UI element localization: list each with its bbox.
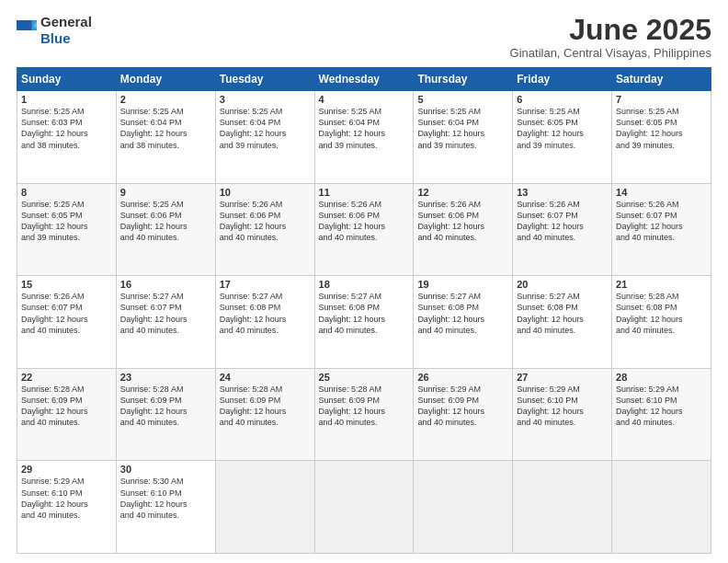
table-row: 12Sunrise: 5:26 AMSunset: 6:06 PMDayligh…	[414, 183, 513, 276]
day-number: 23	[120, 372, 211, 383]
cell-info: Sunrise: 5:27 AMSunset: 6:08 PMDaylight:…	[220, 291, 311, 336]
table-row: 4Sunrise: 5:25 AMSunset: 6:04 PMDaylight…	[314, 91, 414, 184]
day-number: 27	[517, 372, 608, 383]
cell-info: Sunrise: 5:30 AMSunset: 6:10 PMDaylight:…	[120, 476, 211, 521]
table-row: 15Sunrise: 5:26 AMSunset: 6:07 PMDayligh…	[17, 276, 117, 369]
day-number: 5	[417, 94, 508, 105]
table-row: 21Sunrise: 5:28 AMSunset: 6:08 PMDayligh…	[612, 276, 711, 369]
logo: General Blue	[17, 14, 92, 47]
cell-info: Sunrise: 5:28 AMSunset: 6:09 PMDaylight:…	[220, 384, 311, 429]
table-row: 28Sunrise: 5:29 AMSunset: 6:10 PMDayligh…	[612, 368, 711, 461]
cell-info: Sunrise: 5:29 AMSunset: 6:10 PMDaylight:…	[616, 384, 707, 429]
cell-info: Sunrise: 5:26 AMSunset: 6:07 PMDaylight:…	[21, 291, 112, 336]
table-row: 20Sunrise: 5:27 AMSunset: 6:08 PMDayligh…	[513, 276, 612, 369]
cell-info: Sunrise: 5:29 AMSunset: 6:09 PMDaylight:…	[417, 384, 508, 429]
day-number: 15	[21, 279, 112, 290]
table-row: 1Sunrise: 5:25 AMSunset: 6:03 PMDaylight…	[17, 91, 117, 184]
header-wednesday: Wednesday	[314, 68, 414, 91]
table-row: 19Sunrise: 5:27 AMSunset: 6:08 PMDayligh…	[414, 276, 513, 369]
day-number: 21	[616, 279, 707, 290]
day-number: 6	[517, 94, 608, 105]
cell-info: Sunrise: 5:26 AMSunset: 6:06 PMDaylight:…	[417, 199, 508, 244]
day-number: 16	[120, 279, 211, 290]
table-row	[513, 461, 612, 554]
cell-info: Sunrise: 5:26 AMSunset: 6:07 PMDaylight:…	[616, 199, 707, 244]
day-number: 4	[319, 94, 410, 105]
table-row: 9Sunrise: 5:25 AMSunset: 6:06 PMDaylight…	[116, 183, 215, 276]
table-row: 23Sunrise: 5:28 AMSunset: 6:09 PMDayligh…	[116, 368, 215, 461]
cell-info: Sunrise: 5:26 AMSunset: 6:07 PMDaylight:…	[517, 199, 608, 244]
calendar-page: General Blue June 2025 Ginatilan, Centra…	[0, 0, 728, 563]
day-number: 14	[616, 187, 707, 198]
day-number: 10	[220, 187, 311, 198]
month-year-title: June 2025	[510, 14, 711, 46]
table-row: 29Sunrise: 5:29 AMSunset: 6:10 PMDayligh…	[17, 461, 117, 554]
cell-info: Sunrise: 5:29 AMSunset: 6:10 PMDaylight:…	[21, 476, 112, 521]
cell-info: Sunrise: 5:29 AMSunset: 6:10 PMDaylight:…	[517, 384, 608, 429]
day-number: 30	[120, 464, 211, 475]
day-number: 2	[120, 94, 211, 105]
day-number: 28	[616, 372, 707, 383]
table-row	[612, 461, 711, 554]
cell-info: Sunrise: 5:28 AMSunset: 6:09 PMDaylight:…	[21, 384, 112, 429]
table-row: 3Sunrise: 5:25 AMSunset: 6:04 PMDaylight…	[215, 91, 314, 184]
table-row: 5Sunrise: 5:25 AMSunset: 6:04 PMDaylight…	[414, 91, 513, 184]
cell-info: Sunrise: 5:25 AMSunset: 6:05 PMDaylight:…	[21, 199, 112, 244]
cell-info: Sunrise: 5:25 AMSunset: 6:04 PMDaylight:…	[120, 106, 211, 151]
table-row: 18Sunrise: 5:27 AMSunset: 6:08 PMDayligh…	[314, 276, 414, 369]
day-number: 9	[120, 187, 211, 198]
calendar-week-row: 1Sunrise: 5:25 AMSunset: 6:03 PMDaylight…	[17, 91, 711, 184]
cell-info: Sunrise: 5:26 AMSunset: 6:06 PMDaylight:…	[220, 199, 311, 244]
table-row: 10Sunrise: 5:26 AMSunset: 6:06 PMDayligh…	[215, 183, 314, 276]
cell-info: Sunrise: 5:25 AMSunset: 6:04 PMDaylight:…	[417, 106, 508, 151]
header-saturday: Saturday	[612, 68, 711, 91]
cell-info: Sunrise: 5:25 AMSunset: 6:04 PMDaylight:…	[220, 106, 311, 151]
cell-info: Sunrise: 5:27 AMSunset: 6:08 PMDaylight:…	[319, 291, 410, 336]
table-row: 16Sunrise: 5:27 AMSunset: 6:07 PMDayligh…	[116, 276, 215, 369]
header-sunday: Sunday	[17, 68, 117, 91]
day-number: 19	[417, 279, 508, 290]
calendar-header-row: Sunday Monday Tuesday Wednesday Thursday…	[17, 68, 711, 91]
table-row	[215, 461, 314, 554]
table-row: 25Sunrise: 5:28 AMSunset: 6:09 PMDayligh…	[314, 368, 414, 461]
cell-info: Sunrise: 5:28 AMSunset: 6:09 PMDaylight:…	[319, 384, 410, 429]
table-row: 30Sunrise: 5:30 AMSunset: 6:10 PMDayligh…	[116, 461, 215, 554]
table-row: 14Sunrise: 5:26 AMSunset: 6:07 PMDayligh…	[612, 183, 711, 276]
header-friday: Friday	[513, 68, 612, 91]
calendar-week-row: 22Sunrise: 5:28 AMSunset: 6:09 PMDayligh…	[17, 368, 711, 461]
table-row	[314, 461, 414, 554]
cell-info: Sunrise: 5:26 AMSunset: 6:06 PMDaylight:…	[319, 199, 410, 244]
title-area: June 2025 Ginatilan, Central Visayas, Ph…	[510, 14, 711, 60]
table-row: 2Sunrise: 5:25 AMSunset: 6:04 PMDaylight…	[116, 91, 215, 184]
day-number: 24	[220, 372, 311, 383]
table-row	[414, 461, 513, 554]
day-number: 25	[319, 372, 410, 383]
table-row: 24Sunrise: 5:28 AMSunset: 6:09 PMDayligh…	[215, 368, 314, 461]
cell-info: Sunrise: 5:27 AMSunset: 6:07 PMDaylight:…	[120, 291, 211, 336]
calendar-week-row: 15Sunrise: 5:26 AMSunset: 6:07 PMDayligh…	[17, 276, 711, 369]
header-monday: Monday	[116, 68, 215, 91]
table-row: 8Sunrise: 5:25 AMSunset: 6:05 PMDaylight…	[17, 183, 117, 276]
cell-info: Sunrise: 5:25 AMSunset: 6:06 PMDaylight:…	[120, 199, 211, 244]
day-number: 8	[21, 187, 112, 198]
cell-info: Sunrise: 5:28 AMSunset: 6:09 PMDaylight:…	[120, 384, 211, 429]
cell-info: Sunrise: 5:25 AMSunset: 6:04 PMDaylight:…	[319, 106, 410, 151]
day-number: 7	[616, 94, 707, 105]
cell-info: Sunrise: 5:25 AMSunset: 6:03 PMDaylight:…	[21, 106, 112, 151]
day-number: 18	[319, 279, 410, 290]
table-row: 26Sunrise: 5:29 AMSunset: 6:09 PMDayligh…	[414, 368, 513, 461]
day-number: 1	[21, 94, 112, 105]
table-row: 13Sunrise: 5:26 AMSunset: 6:07 PMDayligh…	[513, 183, 612, 276]
logo-icon	[17, 20, 37, 40]
cell-info: Sunrise: 5:28 AMSunset: 6:08 PMDaylight:…	[616, 291, 707, 336]
day-number: 3	[220, 94, 311, 105]
day-number: 29	[21, 464, 112, 475]
day-number: 17	[220, 279, 311, 290]
cell-info: Sunrise: 5:27 AMSunset: 6:08 PMDaylight:…	[417, 291, 508, 336]
table-row: 7Sunrise: 5:25 AMSunset: 6:05 PMDaylight…	[612, 91, 711, 184]
calendar-week-row: 29Sunrise: 5:29 AMSunset: 6:10 PMDayligh…	[17, 461, 711, 554]
day-number: 26	[417, 372, 508, 383]
cell-info: Sunrise: 5:27 AMSunset: 6:08 PMDaylight:…	[517, 291, 608, 336]
day-number: 22	[21, 372, 112, 383]
day-number: 11	[319, 187, 410, 198]
